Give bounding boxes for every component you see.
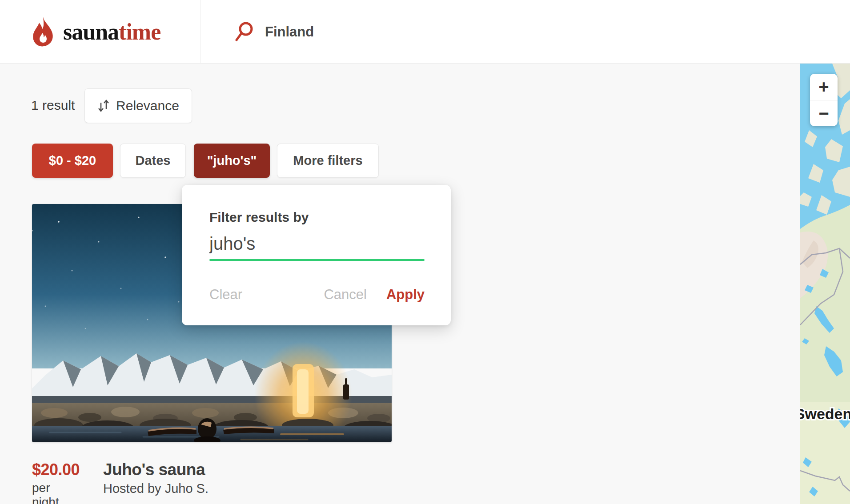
chip-keyword[interactable]: "juho's" xyxy=(194,144,270,178)
clear-button[interactable]: Clear xyxy=(209,287,242,303)
chip-dates[interactable]: Dates xyxy=(120,144,186,178)
brand-wordmark: saunatime xyxy=(63,19,160,45)
apply-button[interactable]: Apply xyxy=(386,287,425,303)
brand-logo[interactable]: saunatime xyxy=(32,0,160,64)
cancel-button[interactable]: Cancel xyxy=(324,287,367,303)
results-count: 1 result xyxy=(31,98,75,113)
map-country-label: Sweden xyxy=(800,405,850,422)
listing-price-unit: per night xyxy=(32,481,80,504)
map-zoom-control: + − xyxy=(810,74,838,126)
app-header: saunatime Finland xyxy=(0,0,850,64)
listing-meta: $20.00 per night Juho's sauna Hosted by … xyxy=(32,460,208,504)
chip-more-filters[interactable]: More filters xyxy=(277,144,379,178)
brand-accent: time xyxy=(119,19,160,44)
sort-arrows-icon xyxy=(97,99,110,112)
search-location-text[interactable]: Finland xyxy=(265,24,314,40)
brand-primary: sauna xyxy=(63,19,119,44)
listing-host: Hosted by Juho S. xyxy=(103,481,208,496)
filter-keyword-input[interactable] xyxy=(209,234,425,254)
popover-title: Filter results by xyxy=(209,210,425,225)
sort-button[interactable]: Relevance xyxy=(84,88,192,123)
search-icon xyxy=(235,22,253,42)
map[interactable]: Sweden + − xyxy=(800,64,850,504)
filter-popover: Filter results by Clear Cancel Apply xyxy=(182,185,451,325)
listing-title[interactable]: Juho's sauna xyxy=(103,460,208,479)
flame-icon xyxy=(32,16,54,48)
header-divider xyxy=(200,0,200,64)
zoom-in-button[interactable]: + xyxy=(810,74,838,100)
zoom-out-button[interactable]: − xyxy=(810,100,838,127)
chip-price-range[interactable]: $0 - $20 xyxy=(32,144,113,178)
sort-label: Relevance xyxy=(116,98,179,113)
search-bar[interactable]: Finland xyxy=(235,0,314,64)
input-underline xyxy=(209,259,425,261)
listing-price: $20.00 xyxy=(32,460,80,479)
